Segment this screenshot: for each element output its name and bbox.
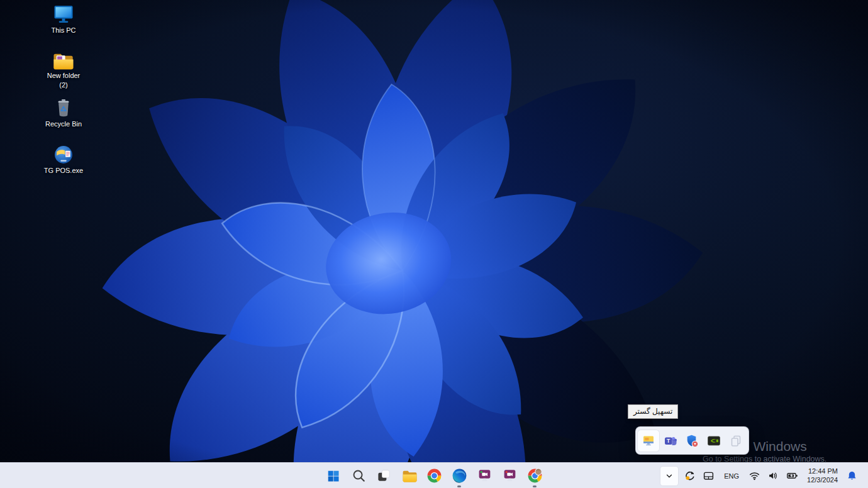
desktop-icon-new-folder-2[interactable]: New folder (2) bbox=[36, 52, 91, 89]
clock-time: 12:44 PM bbox=[807, 467, 838, 476]
tray-overflow-flyout: T bbox=[635, 426, 749, 455]
desktop: This PC New folder (2) bbox=[0, 0, 868, 462]
desktop-icon-label: New folder bbox=[47, 72, 81, 80]
clock-date: 12/3/2024 bbox=[807, 476, 838, 485]
taskbar: ENG bbox=[0, 462, 868, 488]
system-tray: ENG bbox=[660, 463, 868, 488]
notification-bell-button[interactable] bbox=[845, 467, 859, 485]
sync-update-icon bbox=[684, 470, 695, 481]
screen-recorder-red-icon bbox=[502, 468, 518, 484]
flyout-clipboard-button[interactable] bbox=[725, 430, 747, 452]
task-view-button[interactable] bbox=[371, 463, 396, 488]
flyout-tg-pos-button[interactable] bbox=[638, 430, 659, 452]
touchpad-tray-button[interactable] bbox=[701, 467, 716, 485]
search-button[interactable] bbox=[346, 463, 371, 488]
volume-icon bbox=[768, 470, 779, 481]
notification-bell-icon bbox=[847, 470, 857, 481]
flyout-nvidia-button[interactable] bbox=[703, 430, 725, 452]
chrome-icon bbox=[426, 468, 442, 484]
running-indicator bbox=[457, 485, 461, 487]
battery-tray-button[interactable] bbox=[785, 467, 800, 485]
tg-pos-tray-icon bbox=[641, 433, 656, 448]
flyout-windows-security-button[interactable] bbox=[681, 430, 703, 452]
desktop-icon-label: This PC bbox=[51, 26, 75, 35]
volume-tray-button[interactable] bbox=[766, 467, 781, 485]
file-explorer-icon bbox=[401, 468, 417, 484]
windows-bloom-wallpaper bbox=[0, 0, 868, 462]
desktop-icon-label: Recycle Bin bbox=[45, 120, 82, 128]
edge-button[interactable] bbox=[447, 463, 472, 488]
this-pc-icon bbox=[52, 4, 75, 25]
language-indicator[interactable]: ENG bbox=[720, 467, 743, 485]
teams-icon: T bbox=[663, 433, 678, 448]
wifi-tray-button[interactable] bbox=[747, 467, 762, 485]
task-view-icon bbox=[377, 469, 391, 483]
edge-icon bbox=[452, 468, 467, 484]
chevron-down-icon bbox=[665, 472, 674, 480]
desktop-icon-tg-pos-exe[interactable]: TG POS.exe bbox=[36, 144, 91, 175]
tg-pos-icon bbox=[53, 144, 74, 165]
clipboard-icon bbox=[728, 433, 743, 448]
desktop-icon-label: TG POS.exe bbox=[44, 167, 83, 175]
chrome-profile-button[interactable] bbox=[522, 463, 547, 488]
battery-charging-icon bbox=[787, 470, 798, 481]
clock[interactable]: 12:44 PM 12/3/2024 bbox=[804, 467, 840, 484]
screen-recorder-green-button[interactable] bbox=[472, 463, 497, 488]
hidden-icons-chevron-button[interactable] bbox=[660, 467, 678, 485]
taskbar-center-icons bbox=[321, 463, 547, 488]
screen-recorder-green-icon bbox=[477, 468, 492, 484]
sync-update-tray-button[interactable] bbox=[682, 467, 697, 485]
running-indicator bbox=[533, 485, 537, 487]
touchpad-icon bbox=[703, 470, 714, 481]
search-icon bbox=[352, 469, 366, 483]
nvidia-settings-icon bbox=[706, 433, 721, 448]
wifi-icon bbox=[749, 470, 760, 481]
chrome-profile-icon bbox=[527, 468, 543, 484]
desktop-icon-label-line2: (2) bbox=[59, 81, 67, 89]
file-explorer-button[interactable] bbox=[396, 463, 421, 488]
windows-security-icon bbox=[684, 433, 699, 448]
windows-desktop-screen: This PC New folder (2) bbox=[0, 0, 868, 488]
tray-icon-tooltip: تسهیل گستر bbox=[628, 404, 678, 419]
desktop-icon-this-pc[interactable]: This PC bbox=[36, 4, 91, 35]
start-button[interactable] bbox=[321, 463, 346, 488]
screen-recorder-red-button[interactable] bbox=[497, 463, 522, 488]
desktop-icon-recycle-bin[interactable]: Recycle Bin bbox=[36, 97, 91, 128]
recycle-bin-icon bbox=[53, 97, 74, 119]
folder-icon bbox=[52, 52, 75, 70]
chrome-button[interactable] bbox=[421, 463, 447, 488]
windows-start-icon bbox=[326, 469, 340, 483]
flyout-teams-button[interactable]: T bbox=[660, 430, 681, 452]
svg-text:T: T bbox=[667, 438, 670, 444]
